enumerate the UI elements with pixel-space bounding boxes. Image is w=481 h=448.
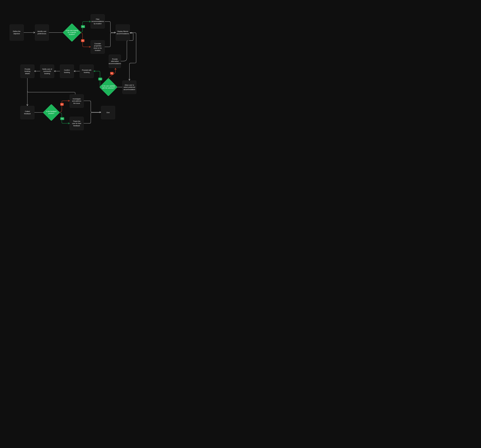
edge-thank-to-end bbox=[84, 113, 101, 123]
node-provide-booking-details: Provide booking details bbox=[20, 65, 34, 78]
node-define-objective: Define the objective bbox=[10, 24, 24, 41]
node-thank-user: Thank the user for their feedback bbox=[70, 117, 84, 130]
node-label: Investigate and address the issue bbox=[71, 98, 82, 105]
node-collect-feedback: Collect feedback bbox=[20, 106, 34, 119]
node-provide-alternatives: Provide alternative accommodations bbox=[109, 54, 121, 68]
decision-satisfied: Is the user satisfied with the selection… bbox=[102, 81, 115, 94]
node-label: Proceed with booking bbox=[81, 69, 92, 73]
node-allow-select: Allow user to select preferred accommoda… bbox=[122, 81, 136, 94]
node-identify-user-preferences: Identify user preferences bbox=[35, 24, 49, 41]
node-label: Notify user of successful booking bbox=[42, 68, 53, 75]
node-filter-by-location: Filter accommodations by location bbox=[91, 14, 105, 29]
decision-label: Is the user looking for a specific locat… bbox=[63, 24, 81, 41]
node-label: Display filtered accommodations bbox=[116, 30, 129, 35]
node-end: End bbox=[101, 106, 115, 119]
node-label: Provide booking details bbox=[22, 68, 33, 75]
badge-yes-feedback: Yes bbox=[60, 117, 64, 120]
badge-no-satisfied: No bbox=[110, 72, 113, 75]
badge-yes-satisfied: Yes bbox=[98, 78, 102, 80]
edge-filter-to-display bbox=[105, 22, 115, 32]
badge-no-location: No bbox=[81, 39, 84, 42]
edge-display-to-allow-select bbox=[129, 33, 136, 80]
node-label: Identify user preferences bbox=[37, 30, 47, 35]
node-display-filtered: Display filtered accommodations bbox=[116, 24, 130, 41]
edge-investigate-to-end bbox=[84, 101, 101, 112]
node-label: Thank the user for their feedback bbox=[71, 120, 82, 127]
decision-label: Is the feedback positive? bbox=[43, 104, 60, 121]
node-investigate-issue: Investigate and address the issue bbox=[70, 94, 84, 108]
badge-yes-location: Yes bbox=[81, 25, 85, 28]
node-proceed-booking: Proceed with booking bbox=[80, 65, 94, 78]
node-label: Collect feedback bbox=[22, 110, 33, 115]
node-label: Define the objective bbox=[11, 30, 22, 35]
node-label: Allow user to select preferred accommoda… bbox=[124, 84, 135, 91]
decision-specific-location: Is the user looking for a specific locat… bbox=[65, 26, 78, 39]
decision-label: Is the user satisfied with the selection… bbox=[100, 78, 117, 96]
flowchart-canvas: Define the objective Identify user prefe… bbox=[0, 0, 148, 143]
node-label: Consider properties close to his locatio… bbox=[92, 43, 103, 51]
node-label: Filter accommodations by location bbox=[91, 18, 104, 25]
node-notify-success: Notify user of successful booking bbox=[40, 65, 54, 78]
node-confirm-booking: Confirm booking bbox=[60, 65, 74, 78]
node-label: End bbox=[107, 111, 110, 114]
edge-consider-to-display bbox=[105, 33, 115, 47]
edge-details-to-collect-feedback bbox=[27, 78, 75, 106]
badge-no-feedback: No bbox=[60, 103, 64, 106]
node-consider-nearby: Consider properties close to his locatio… bbox=[91, 40, 105, 54]
decision-feedback-positive: Is the feedback positive? bbox=[45, 106, 57, 119]
node-label: Confirm booking bbox=[61, 69, 72, 73]
node-label: Provide alternative accommodations bbox=[109, 58, 121, 65]
